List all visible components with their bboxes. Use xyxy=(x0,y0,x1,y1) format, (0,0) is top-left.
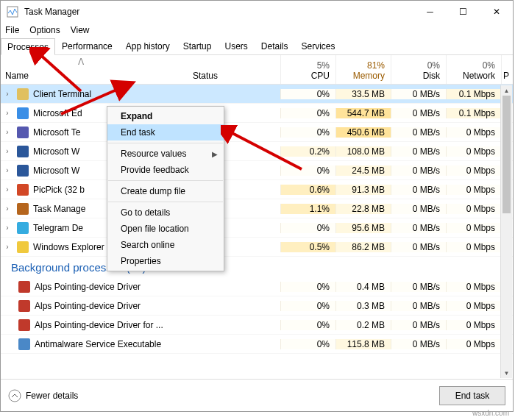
scroll-thumb[interactable] xyxy=(502,96,511,213)
cell-net: 0 Mbps xyxy=(446,339,501,349)
ctx-resource-values[interactable]: Resource values▶ xyxy=(107,146,224,162)
cell-disk: 0 MB/s xyxy=(391,223,446,233)
process-name: Task Manage xyxy=(33,204,85,214)
process-icon xyxy=(17,165,29,177)
cell-mem: 0.3 MB xyxy=(335,301,391,311)
separator xyxy=(108,143,223,143)
cell-net: 0 Mbps xyxy=(446,165,501,176)
expand-icon[interactable]: › xyxy=(2,243,13,251)
menu-file[interactable]: File xyxy=(5,25,19,35)
header-network[interactable]: 0%Network xyxy=(446,55,501,84)
process-name: Alps Pointing-device Driver xyxy=(35,301,141,311)
tab-services[interactable]: Services xyxy=(295,38,342,54)
header-status[interactable]: Status xyxy=(188,55,280,84)
svg-line-3 xyxy=(61,88,120,114)
process-row[interactable]: ›Windows Explorer0.5%86.2 MB0 MB/s0 Mbps xyxy=(1,238,513,257)
expand-icon[interactable]: › xyxy=(2,109,13,117)
window-title: Task Manager xyxy=(24,7,413,17)
chevron-up-circle-icon xyxy=(8,389,21,402)
cell-cpu: 0% xyxy=(280,89,335,99)
process-icon xyxy=(17,107,29,119)
cell-disk: 0 MB/s xyxy=(391,320,446,330)
scroll-down-icon[interactable]: ▼ xyxy=(501,368,512,378)
cell-mem: 0.2 MB xyxy=(335,320,391,330)
cell-disk: 0 MB/s xyxy=(391,146,446,157)
cell-mem: 115.8 MB xyxy=(335,339,391,349)
process-row[interactable]: Alps Pointing-device Driver0%0.3 MB0 MB/… xyxy=(1,296,513,316)
cell-cpu: 0% xyxy=(280,339,335,349)
fewer-details-button[interactable]: Fewer details xyxy=(8,389,439,402)
cell-cpu: 0% xyxy=(280,301,335,311)
cell-mem: 95.6 MB xyxy=(335,223,391,233)
cell-disk: 0 MB/s xyxy=(391,242,446,252)
tab-users[interactable]: Users xyxy=(218,38,254,54)
expand-icon[interactable]: › xyxy=(2,90,13,98)
group-header-background[interactable]: Background processes (73) xyxy=(1,257,513,277)
cell-net: 0 Mbps xyxy=(446,185,501,195)
minimize-button[interactable]: ─ xyxy=(413,1,447,23)
process-name: Windows Explorer xyxy=(33,242,104,252)
process-name: Antimalware Service Executable xyxy=(35,339,161,349)
cell-mem: 450.6 MB xyxy=(335,127,391,138)
cell-mem: 86.2 MB xyxy=(335,242,391,252)
menu-options[interactable]: Options xyxy=(29,25,60,35)
menubar: File Options View xyxy=(1,23,513,38)
expand-icon[interactable]: › xyxy=(2,166,13,174)
expand-icon[interactable]: › xyxy=(2,224,13,232)
cell-cpu: 1.1% xyxy=(280,204,335,214)
cell-disk: 0 MB/s xyxy=(391,282,446,292)
header-disk[interactable]: 0%Disk xyxy=(391,55,446,84)
process-row[interactable]: Alps Pointing-device Driver for ...0%0.2… xyxy=(1,316,513,335)
process-icon xyxy=(18,319,30,331)
menu-view[interactable]: View xyxy=(71,25,90,35)
scroll-up-icon[interactable]: ▲ xyxy=(501,85,512,96)
process-icon xyxy=(18,300,30,312)
cell-net: 0 Mbps xyxy=(446,204,501,214)
process-row[interactable]: ›Task Manage1.1%22.8 MB0 MB/s0 Mbps xyxy=(1,199,513,218)
ctx-create-dump[interactable]: Create dump file xyxy=(107,183,224,199)
cell-net: 0 Mbps xyxy=(446,301,501,311)
ctx-properties[interactable]: Properties xyxy=(107,253,224,269)
ctx-go-to-details[interactable]: Go to details xyxy=(107,204,224,221)
scrollbar[interactable]: ▲ ▼ xyxy=(500,85,512,378)
process-row[interactable]: Antimalware Service Executable0%115.8 MB… xyxy=(1,335,513,354)
ctx-end-task[interactable]: End task xyxy=(107,124,224,140)
cell-mem: 544.7 MB xyxy=(335,108,391,118)
ctx-open-file-location[interactable]: Open file location xyxy=(107,221,224,237)
header-p[interactable]: P xyxy=(501,55,510,84)
maximize-button[interactable]: ☐ xyxy=(447,1,480,23)
process-name: Alps Pointing-device Driver for ... xyxy=(35,320,163,330)
cell-net: 0 Mbps xyxy=(446,242,501,252)
cell-net: 0 Mbps xyxy=(446,127,501,138)
end-task-button[interactable]: End task xyxy=(439,386,505,405)
process-icon xyxy=(17,203,29,215)
cell-mem: 24.5 MB xyxy=(335,165,391,176)
tab-app-history[interactable]: App history xyxy=(119,38,177,54)
expand-icon[interactable]: › xyxy=(2,147,13,155)
expand-icon[interactable]: › xyxy=(2,185,13,193)
process-row[interactable]: ›PicPick (32 b0.6%91.3 MB0 MB/s0 Mbps xyxy=(1,180,513,199)
header-memory[interactable]: 81%Memory xyxy=(335,55,391,84)
cell-disk: 0 MB/s xyxy=(391,204,446,214)
cell-mem: 0.4 MB xyxy=(335,282,391,292)
expand-icon[interactable]: › xyxy=(2,128,13,136)
ctx-search-online[interactable]: Search online xyxy=(107,237,224,253)
cell-disk: 0 MB/s xyxy=(391,185,446,195)
process-name: PicPick (32 b xyxy=(33,185,85,195)
process-row[interactable]: Alps Pointing-device Driver0%0.4 MB0 MB/… xyxy=(1,277,513,296)
tab-details[interactable]: Details xyxy=(255,38,295,54)
cell-net: 0.1 Mbps xyxy=(446,89,501,99)
process-name: Alps Pointing-device Driver xyxy=(35,282,141,292)
cell-mem: 91.3 MB xyxy=(335,185,391,195)
process-icon xyxy=(17,184,29,196)
tab-startup[interactable]: Startup xyxy=(177,38,219,54)
process-row[interactable]: ›Telegram De0%95.6 MB0 MB/s0 Mbps xyxy=(1,218,513,238)
cell-cpu: 0.5% xyxy=(280,242,335,252)
expand-icon[interactable]: › xyxy=(2,204,13,213)
process-icon xyxy=(18,281,30,293)
cell-cpu: 0.6% xyxy=(280,185,335,195)
close-button[interactable]: ✕ xyxy=(480,1,513,23)
cell-mem: 108.0 MB xyxy=(335,146,391,157)
ctx-provide-feedback[interactable]: Provide feedback xyxy=(107,162,224,178)
header-cpu[interactable]: 5%CPU xyxy=(280,55,335,84)
